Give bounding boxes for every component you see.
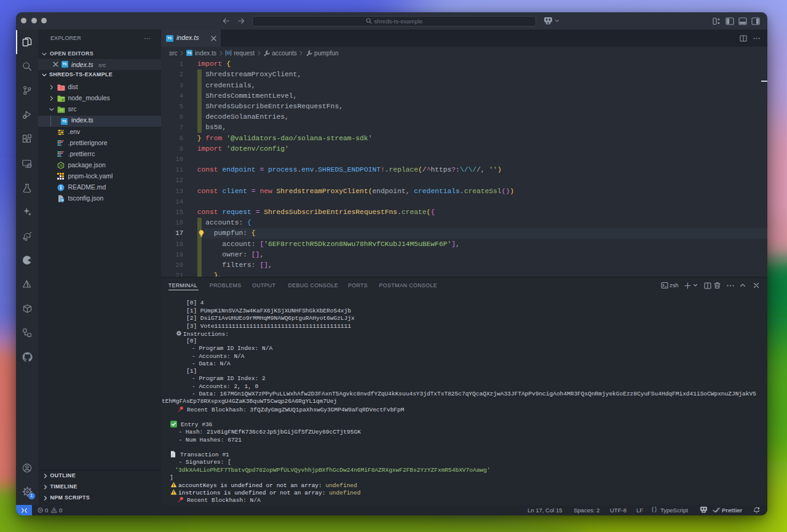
svg-text:JS: JS <box>59 164 63 167</box>
svg-text:ts: ts <box>61 199 64 202</box>
